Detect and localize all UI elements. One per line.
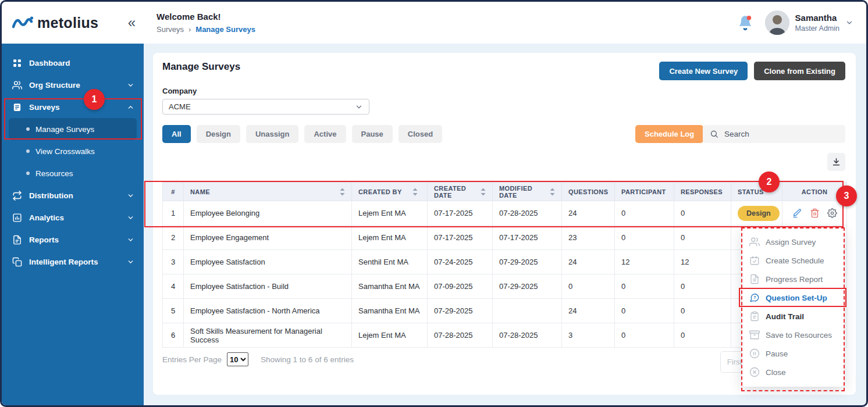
sidebar-item-surveys[interactable]: Surveys [2, 96, 144, 118]
clone-from-existing-button[interactable]: Clone from Existing [754, 62, 845, 80]
col-created-by[interactable]: CREATED BY [352, 183, 428, 201]
questions-count: 3 [562, 323, 615, 348]
metolius-wave-icon [12, 15, 33, 30]
sidebar-item-analytics[interactable]: Analytics [2, 206, 144, 229]
sidebar-item-manage-surveys[interactable]: Manage Surveys [9, 118, 137, 140]
menu-item-label: Pause [766, 349, 788, 358]
table-row[interactable]: 1 Employee Belonging Lejem Ent MA 07-17-… [163, 201, 847, 226]
survey-name: Employee Engagement [184, 226, 352, 250]
participant-count: 0 [615, 226, 674, 250]
sort-icon[interactable] [550, 188, 555, 196]
menu-item-close[interactable]: Close [742, 363, 844, 381]
notification-bell-icon[interactable] [737, 15, 753, 31]
sidebar-item-label: Analytics [29, 213, 64, 222]
brand-name: metolius [37, 15, 98, 31]
search-input[interactable] [724, 130, 838, 138]
entries-per-page-select[interactable]: 10 [227, 352, 248, 366]
breadcrumb-separator: › [188, 25, 191, 34]
sidebar-item-dashboard[interactable]: Dashboard [2, 52, 144, 74]
company-select[interactable]: ACME [162, 99, 369, 115]
user-menu[interactable]: Samantha Master Admin [765, 10, 853, 35]
menu-item-create-schedule[interactable]: Create Schedule [742, 251, 844, 270]
responses-count: 0 [674, 299, 731, 323]
questions-count: 24 [562, 250, 615, 274]
chevron-down-icon [127, 214, 134, 222]
col-label: CREATED DATE [434, 185, 476, 199]
created-by: Lejem Ent MA [352, 226, 428, 250]
sidebar-item-org-structure[interactable]: Org Structure [2, 74, 144, 96]
participant-count: 0 [615, 299, 674, 323]
assign-users-icon [749, 237, 760, 247]
create-new-survey-button[interactable]: Create New Survey [659, 62, 748, 80]
tab-unassign[interactable]: Unassign [246, 125, 299, 143]
sidebar-item-view-crosswalks[interactable]: View Crosswalks [2, 140, 144, 162]
entries-per-page-label: Entries Per Page [162, 355, 222, 364]
layered-reports-icon [12, 257, 22, 267]
sort-icon[interactable] [340, 188, 345, 196]
tab-closed[interactable]: Closed [399, 125, 442, 143]
settings-gear-icon[interactable] [827, 208, 837, 218]
col-action: ACTION [782, 183, 847, 201]
created-by: Senthil Ent MA [352, 250, 428, 274]
row-number: 3 [163, 250, 184, 274]
bullet-icon [26, 172, 30, 175]
sort-icon[interactable] [412, 188, 418, 196]
svg-text:?: ? [753, 295, 756, 300]
sidebar-item-intelligent-reports[interactable]: Intelligent Reports [2, 251, 144, 273]
col-created-date[interactable]: CREATED DATE [428, 183, 493, 201]
sidebar-menu: Dashboard Org Structure Surveys [2, 44, 144, 273]
menu-item-question-set-up[interactable]: ? Question Set-Up [742, 288, 844, 307]
tab-pause[interactable]: Pause [352, 125, 393, 143]
edit-icon[interactable] [792, 208, 802, 218]
bar-chart-icon [12, 213, 22, 223]
archive-icon [749, 330, 760, 340]
search-box [703, 125, 845, 143]
close-circle-icon [749, 367, 760, 377]
menu-item-pause[interactable]: Pause [742, 344, 844, 363]
sidebar-item-label: Surveys [29, 103, 60, 112]
chevron-down-icon [127, 258, 134, 266]
download-button[interactable] [827, 153, 845, 171]
card-action-buttons: Create New Survey Clone from Existing [659, 62, 845, 80]
participant-count: 12 [615, 250, 674, 274]
created-by: Lejem Ent MA [352, 201, 428, 226]
col-label: CREATED BY [358, 188, 402, 195]
breadcrumb-manage-surveys[interactable]: Manage Surveys [195, 25, 255, 34]
menu-item-assign-survey[interactable]: Assign Survey [742, 233, 844, 251]
bullet-icon [26, 149, 30, 153]
sidebar-item-distribution[interactable]: Distribution [2, 184, 144, 206]
col-modified-date[interactable]: MODIFIED DATE [493, 183, 562, 201]
col-questions: QUESTIONS [562, 183, 615, 201]
created-date: 07-17-2025 [428, 226, 493, 250]
menu-item-audit-trail[interactable]: Audit Trail [742, 307, 844, 326]
breadcrumb-surveys[interactable]: Surveys [156, 25, 184, 34]
schedule-log-button[interactable]: Schedule Log [635, 125, 703, 143]
tab-all[interactable]: All [162, 125, 191, 143]
chevron-down-icon [127, 236, 134, 244]
dashboard-grid-icon [12, 58, 22, 68]
participant-count: 0 [615, 274, 674, 299]
menu-item-progress-report[interactable]: Progress Report [742, 270, 844, 288]
tab-active[interactable]: Active [304, 125, 346, 143]
sort-icon[interactable] [481, 188, 486, 196]
action-cell [782, 201, 847, 226]
survey-name: Soft Skills Measurement for Managerial S… [184, 323, 352, 348]
created-by: Samantha Ent MA [352, 274, 428, 299]
delete-icon[interactable] [810, 208, 820, 218]
sidebar-collapse-button[interactable]: « [128, 16, 136, 30]
col-participant: PARTICIPANT [615, 183, 674, 201]
user-role: Master Admin [795, 24, 839, 33]
chevron-down-icon [127, 192, 134, 199]
breadcrumb: Surveys › Manage Surveys [156, 25, 255, 34]
col-name[interactable]: NAME [184, 183, 352, 201]
responses-count: 12 [674, 250, 731, 274]
sidebar-item-label: Reports [29, 235, 59, 244]
menu-item-save-to-resources[interactable]: Save to Resources [742, 326, 844, 344]
sidebar-item-resources[interactable]: Resources [2, 162, 144, 184]
sidebar-item-reports[interactable]: Reports [2, 229, 144, 251]
row-number: 2 [163, 226, 184, 250]
search-icon [710, 129, 718, 139]
report-document-icon [12, 235, 22, 245]
tab-design[interactable]: Design [197, 125, 240, 143]
status-filter-tabs: All Design Unassign Active Pause Closed [162, 125, 442, 143]
